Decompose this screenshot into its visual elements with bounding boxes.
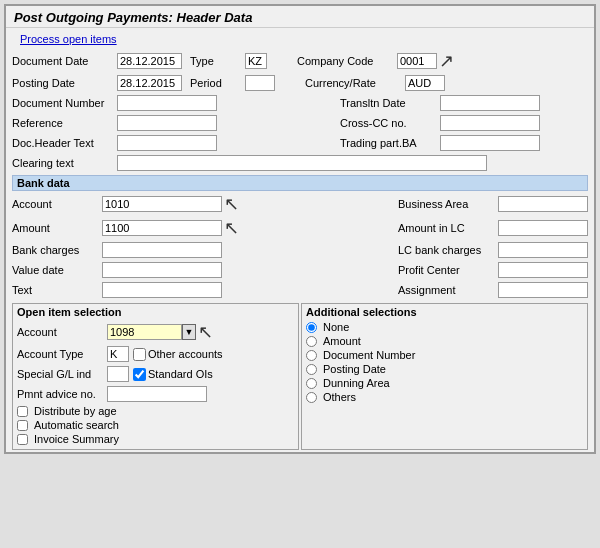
value-date-label: Value date (12, 264, 102, 276)
radio-doc-number-row: Document Number (306, 349, 583, 361)
arrow-amount: ↖ (224, 217, 239, 239)
radio-others-row: Others (306, 391, 583, 403)
reference-row: Reference Cross-CC no. (12, 114, 588, 132)
oi-account-label: Account (17, 326, 107, 338)
company-code-input[interactable] (397, 53, 437, 69)
translation-date-label: Transltn Date (340, 97, 440, 109)
type-input[interactable] (245, 53, 267, 69)
cross-cc-input[interactable] (440, 115, 540, 131)
additional-section: Additional selections None Amount Docume… (301, 303, 588, 450)
cross-cc-label: Cross-CC no. (340, 117, 440, 129)
other-accounts-label: Other accounts (148, 348, 223, 360)
bank-data-header: Bank data (12, 175, 588, 191)
trading-part-label: Trading part.BA (340, 137, 440, 149)
special-gl-row: Special G/L ind Standard OIs (17, 365, 294, 383)
radio-dunning-area[interactable] (306, 378, 317, 389)
oi-account-row: Account ▼ ↖ (17, 321, 294, 343)
distribute-age-row: Distribute by age (17, 405, 294, 417)
assignment-input[interactable] (498, 282, 588, 298)
oi-account-type-row: Account Type Other accounts (17, 345, 294, 363)
bank-account-row: Account ↖ Business Area (12, 193, 588, 215)
bank-charges-label: Bank charges (12, 244, 102, 256)
automatic-search-checkbox[interactable] (17, 420, 28, 431)
lc-bank-charges-input[interactable] (498, 242, 588, 258)
special-gl-label: Special G/L ind (17, 368, 107, 380)
bank-text-input[interactable] (102, 282, 222, 298)
document-date-input[interactable] (117, 53, 182, 69)
bank-text-label: Text (12, 284, 102, 296)
amount-lc-input[interactable] (498, 220, 588, 236)
automatic-search-row: Automatic search (17, 419, 294, 431)
posting-date-input[interactable] (117, 75, 182, 91)
radio-amount[interactable] (306, 336, 317, 347)
process-open-items-link[interactable]: Process open items (12, 31, 125, 47)
process-open-items-row: Process open items (12, 30, 588, 48)
title-bar: Post Outgoing Payments: Header Data (6, 6, 594, 28)
oi-account-type-input[interactable] (107, 346, 129, 362)
radio-none[interactable] (306, 322, 317, 333)
radio-amount-label: Amount (323, 335, 361, 347)
document-date-row: Document Date Type Company Code ↗ (12, 50, 588, 72)
radio-others[interactable] (306, 392, 317, 403)
doc-header-input[interactable] (117, 135, 217, 151)
bank-charges-row: Bank charges LC bank charges (12, 241, 588, 259)
bank-account-input[interactable] (102, 196, 222, 212)
pmnt-advice-row: Pmnt advice no. (17, 385, 294, 403)
arrow-company-code: ↗ (439, 50, 454, 72)
main-container: Post Outgoing Payments: Header Data Proc… (4, 4, 596, 454)
oi-account-input[interactable] (107, 324, 182, 340)
standard-ois-checkbox[interactable] (133, 368, 146, 381)
radio-posting-date-row: Posting Date (306, 363, 583, 375)
standard-ois-label: Standard OIs (148, 368, 213, 380)
clearing-text-label: Clearing text (12, 157, 117, 169)
posting-date-row: Posting Date Period Currency/Rate (12, 74, 588, 92)
oi-account-search-button[interactable]: ▼ (182, 324, 196, 340)
invoice-summary-row: Invoice Summary (17, 433, 294, 445)
radio-dunning-area-label: Dunning Area (323, 377, 390, 389)
radio-others-label: Others (323, 391, 356, 403)
lc-bank-charges-label: LC bank charges (398, 244, 498, 256)
oi-account-type-label: Account Type (17, 348, 107, 360)
arrow-account: ↖ (224, 193, 239, 215)
pmnt-advice-input[interactable] (107, 386, 207, 402)
radio-document-number[interactable] (306, 350, 317, 361)
radio-amount-row: Amount (306, 335, 583, 347)
open-item-title: Open item selection (17, 306, 294, 318)
translation-date-input[interactable] (440, 95, 540, 111)
bank-text-row: Text Assignment (12, 281, 588, 299)
document-number-row: Document Number Transltn Date (12, 94, 588, 112)
pmnt-advice-label: Pmnt advice no. (17, 388, 107, 400)
distribute-age-checkbox[interactable] (17, 406, 28, 417)
company-code-label: Company Code (297, 55, 397, 67)
invoice-summary-checkbox[interactable] (17, 434, 28, 445)
doc-header-row: Doc.Header Text Trading part.BA (12, 134, 588, 152)
assignment-label: Assignment (398, 284, 498, 296)
profit-center-input[interactable] (498, 262, 588, 278)
radio-posting-date[interactable] (306, 364, 317, 375)
value-date-input[interactable] (102, 262, 222, 278)
bank-account-label: Account (12, 198, 102, 210)
reference-label: Reference (12, 117, 117, 129)
bottom-section: Open item selection Account ▼ ↖ Account … (12, 303, 588, 450)
currency-rate-input[interactable] (405, 75, 445, 91)
special-gl-input[interactable] (107, 366, 129, 382)
period-label: Period (190, 77, 245, 89)
oi-account-field-group: ▼ (107, 324, 196, 340)
posting-date-label: Posting Date (12, 77, 117, 89)
reference-input[interactable] (117, 115, 217, 131)
clearing-text-input[interactable] (117, 155, 487, 171)
open-item-section: Open item selection Account ▼ ↖ Account … (12, 303, 299, 450)
trading-part-input[interactable] (440, 135, 540, 151)
main-section: Process open items Document Date Type Co… (6, 28, 594, 452)
currency-rate-label: Currency/Rate (305, 77, 405, 89)
document-number-input[interactable] (117, 95, 217, 111)
type-label: Type (190, 55, 245, 67)
bank-amount-input[interactable] (102, 220, 222, 236)
period-input[interactable] (245, 75, 275, 91)
doc-header-label: Doc.Header Text (12, 137, 117, 149)
radio-document-number-label: Document Number (323, 349, 415, 361)
profit-center-label: Profit Center (398, 264, 498, 276)
bank-charges-input[interactable] (102, 242, 222, 258)
business-area-input[interactable] (498, 196, 588, 212)
other-accounts-checkbox[interactable] (133, 348, 146, 361)
